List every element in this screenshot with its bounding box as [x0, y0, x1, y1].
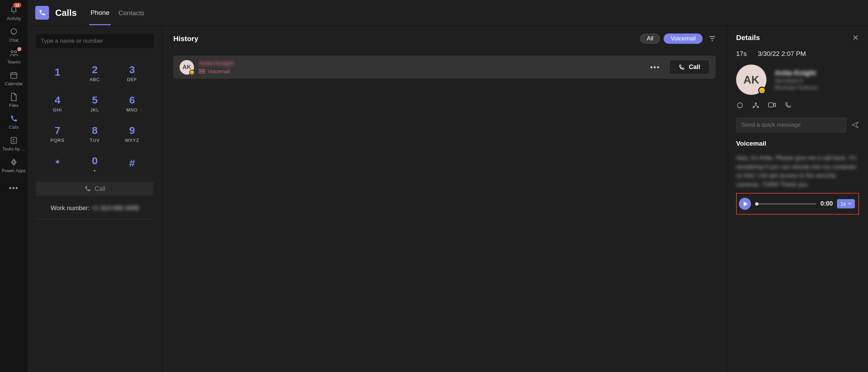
dial-key-5[interactable]: 5JKL [76, 88, 114, 118]
chat-icon [736, 102, 744, 109]
phone-icon [84, 185, 91, 192]
player-knob[interactable] [755, 202, 759, 206]
svg-point-9 [755, 103, 756, 104]
svg-point-1 [11, 51, 13, 53]
close-button[interactable] [852, 34, 859, 41]
details-duration: 17s [736, 50, 747, 58]
voicemail-heading: Voicemail [736, 140, 859, 147]
org-icon [752, 102, 760, 109]
action-chat[interactable] [736, 102, 744, 109]
voicemail-transcript: Asia, it's Anita. Please give me a call … [736, 154, 859, 189]
rail-teams[interactable]: @ Teams [0, 46, 28, 67]
details-datetime: 3/30/22 2:07 PM [758, 50, 806, 58]
rail-label: Power Apps [2, 168, 26, 173]
svg-point-6 [200, 71, 202, 72]
row-type: Voicemail [199, 68, 645, 74]
send-button[interactable] [851, 121, 859, 129]
dial-key-4[interactable]: 4GHI [39, 88, 76, 118]
powerapps-icon [9, 158, 18, 167]
tab-contacts[interactable]: Contacts [117, 1, 146, 25]
files-icon [9, 92, 18, 101]
row-call-button[interactable]: Call [669, 60, 710, 75]
rail-files[interactable]: Files [0, 89, 28, 111]
history-pane: History All Voicemail AK Anita Knight Vo… [162, 26, 727, 372]
details-dept: Mortuary Science [775, 85, 818, 91]
details-role: Secretary II [775, 78, 818, 84]
player-speed[interactable]: 1x [837, 199, 855, 208]
details-avatar: AK [736, 65, 766, 95]
rail-chat[interactable]: Chat [0, 24, 28, 46]
svg-point-2 [15, 51, 17, 53]
details-name: Anita Knight [775, 69, 818, 77]
svg-point-7 [202, 71, 204, 72]
phone-icon [784, 102, 791, 109]
calls-app-icon [35, 6, 49, 20]
rail-powerapps[interactable]: Power Apps [0, 154, 28, 176]
dial-key-3[interactable]: 3DEF [114, 58, 151, 88]
filter-voicemail[interactable]: Voicemail [664, 33, 703, 44]
details-pane: Details 17s 3/30/22 2:07 PM AK Anita Kni… [727, 26, 868, 372]
rail-label: Activity [7, 16, 21, 21]
filter-icon[interactable] [709, 36, 716, 42]
rail-calendar[interactable]: Calendar [0, 67, 28, 89]
work-number: Work number: +1 313-006-3408 [51, 205, 139, 212]
rail-label: Tasks by … [2, 146, 25, 151]
history-row[interactable]: AK Anita Knight Voicemail ••• Call [173, 56, 716, 79]
tab-phone[interactable]: Phone [89, 1, 111, 25]
voicemail-player: 0:00 1x [736, 193, 859, 215]
svg-point-0 [11, 29, 17, 34]
svg-point-8 [737, 103, 743, 108]
tasks-icon [9, 136, 18, 145]
teams-icon [9, 49, 18, 58]
rail-label: Calls [9, 125, 19, 130]
dial-key-6[interactable]: 6MNO [114, 88, 151, 118]
filter-all[interactable]: All [640, 33, 660, 44]
action-video[interactable] [768, 102, 776, 109]
rail-label: Calendar [5, 81, 23, 86]
dial-key-star[interactable]: * [39, 149, 76, 179]
calendar-icon [9, 71, 18, 80]
dial-call-label: Call [95, 185, 105, 193]
chevron-down-icon [848, 203, 851, 205]
phone-icon [678, 64, 685, 70]
presence-away-icon [189, 70, 195, 75]
history-title: History [173, 35, 640, 43]
rail-label: Chat [9, 38, 18, 43]
row-more-button[interactable]: ••• [650, 63, 660, 72]
details-meta: 17s 3/30/22 2:07 PM [736, 50, 859, 58]
dial-search-input[interactable] [36, 34, 154, 48]
page-title: Calls [55, 8, 77, 18]
svg-rect-4 [11, 137, 17, 144]
avatar: AK [180, 60, 194, 75]
dial-key-9[interactable]: 9WXYZ [114, 118, 151, 149]
divider [36, 219, 154, 219]
dial-pad: 1 2ABC 3DEF 4GHI 5JKL 6MNO 7PQRS 8TUV 9W… [39, 58, 151, 179]
voicemail-icon [199, 69, 205, 74]
dial-key-7[interactable]: 7PQRS [39, 118, 76, 149]
presence-away-icon [758, 87, 766, 94]
action-call[interactable] [784, 102, 791, 109]
dial-key-2[interactable]: 2ABC [76, 58, 114, 88]
phone-icon [9, 114, 18, 123]
dial-key-1[interactable]: 1 [39, 58, 76, 88]
svg-rect-12 [769, 103, 773, 107]
quick-message-input[interactable] [736, 118, 847, 132]
play-icon [743, 201, 748, 207]
rail-activity[interactable]: 12 Activity [0, 2, 28, 24]
action-org[interactable] [752, 102, 760, 109]
dial-call-button[interactable]: Call [36, 182, 154, 196]
rail-more[interactable]: ••• [9, 177, 19, 199]
details-title: Details [736, 33, 852, 42]
rail-tasks[interactable]: Tasks by … [0, 133, 28, 154]
video-icon [768, 102, 776, 108]
rail-calls[interactable]: Calls [0, 111, 28, 133]
player-track[interactable] [755, 203, 816, 205]
chat-icon [9, 27, 18, 36]
rail-label: Teams [7, 59, 20, 65]
dial-key-0[interactable]: 0+ [76, 149, 114, 179]
play-button[interactable] [739, 198, 751, 210]
teams-badge: @ [17, 47, 21, 51]
dial-key-hash[interactable]: # [114, 149, 151, 179]
activity-badge: 12 [13, 3, 21, 8]
dial-key-8[interactable]: 8TUV [76, 118, 114, 149]
